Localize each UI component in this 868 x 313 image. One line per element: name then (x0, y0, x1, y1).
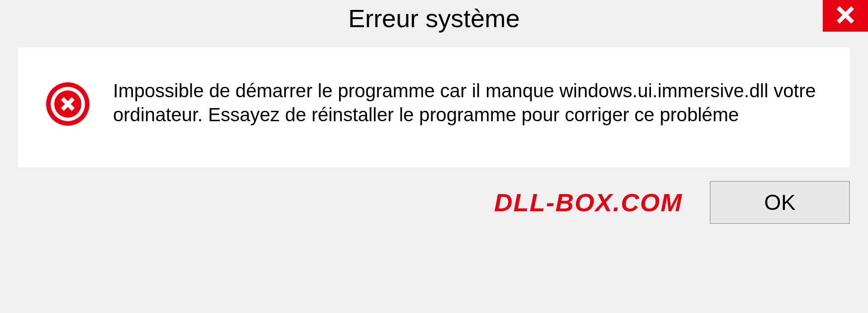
dialog-title: Erreur système (348, 4, 520, 33)
titlebar: Erreur système (0, 0, 868, 41)
close-button[interactable] (823, 0, 868, 32)
close-icon (835, 4, 856, 28)
dialog-footer: DLL-BOX.COM OK (0, 176, 868, 237)
ok-button[interactable]: OK (710, 181, 850, 224)
content-area: Impossible de démarrer le programme car … (18, 47, 850, 167)
error-dialog: Erreur système Impossible de démarrer le… (0, 0, 868, 313)
watermark-text: DLL-BOX.COM (494, 188, 683, 217)
error-message: Impossible de démarrer le programme car … (113, 79, 823, 127)
error-icon (45, 81, 90, 127)
